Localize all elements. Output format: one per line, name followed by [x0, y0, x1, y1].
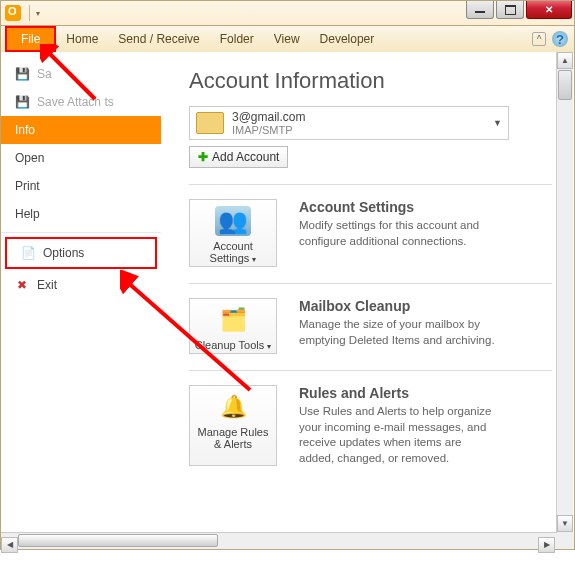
big-btn-label: Account Settings: [210, 240, 253, 264]
account-text: 3@gmail.com IMAP/SMTP: [224, 110, 493, 136]
section-mailbox-cleanup: 🗂️ Cleanup Tools ▾ Mailbox Cleanup Manag…: [189, 283, 552, 354]
tab-send-receive[interactable]: Send / Receive: [108, 28, 209, 50]
section-heading: Account Settings: [299, 199, 499, 215]
sidebar-item-exit[interactable]: ✖ Exit: [1, 271, 161, 299]
sidebar-item-save: 💾 Sa: [1, 60, 161, 88]
page-title: Account Information: [189, 68, 552, 94]
section-heading: Rules and Alerts: [299, 385, 499, 401]
plus-icon: ✚: [198, 150, 208, 164]
save-icon: 💾: [15, 67, 29, 81]
outlook-app-icon[interactable]: [5, 5, 21, 21]
section-text: Mailbox Cleanup Manage the size of your …: [299, 298, 499, 354]
section-desc: Modify settings for this account and con…: [299, 218, 499, 249]
backstage-sidebar: 💾 Sa 💾 Save Attach ts Info Open Print He…: [1, 52, 161, 549]
qat-divider: [29, 5, 30, 21]
sidebar-label: Save Attach ts: [37, 95, 114, 109]
manage-rules-alerts-button[interactable]: 🔔 Manage Rules & Alerts: [189, 385, 277, 466]
chevron-down-icon: ▾: [267, 342, 271, 351]
qat-customize-arrow[interactable]: ▾: [32, 9, 44, 18]
ribbon-bar: File Home Send / Receive Folder View Dev…: [0, 26, 575, 52]
sidebar-item-help[interactable]: Help: [1, 200, 161, 228]
tab-file[interactable]: File: [5, 26, 56, 52]
scroll-up-arrow[interactable]: ▲: [557, 52, 573, 69]
backstage-main: Account Information 3@gmail.com IMAP/SMT…: [161, 52, 574, 549]
scroll-thumb[interactable]: [558, 70, 572, 100]
sidebar-item-info[interactable]: Info: [1, 116, 161, 144]
scroll-track[interactable]: [18, 533, 538, 548]
scroll-thumb[interactable]: [18, 534, 218, 547]
maximize-button[interactable]: [496, 1, 524, 19]
options-icon: 📄: [21, 246, 35, 260]
sidebar-item-save-attachments: 💾 Save Attach ts: [1, 88, 161, 116]
account-protocol: IMAP/SMTP: [232, 124, 485, 136]
minimize-button[interactable]: [466, 1, 494, 19]
tab-developer[interactable]: Developer: [310, 28, 385, 50]
tab-view[interactable]: View: [264, 28, 310, 50]
account-settings-button[interactable]: 👥 Account Settings ▾: [189, 199, 277, 267]
sidebar-label: Info: [15, 123, 35, 137]
section-text: Rules and Alerts Use Rules and Alerts to…: [299, 385, 499, 466]
section-desc: Use Rules and Alerts to help organize yo…: [299, 404, 499, 466]
chevron-down-icon: ▼: [493, 118, 502, 128]
sidebar-divider: [1, 232, 161, 233]
sidebar-item-print[interactable]: Print: [1, 172, 161, 200]
sidebar-item-options[interactable]: 📄 Options: [5, 237, 157, 269]
tab-home[interactable]: Home: [56, 28, 108, 50]
sidebar-label: Print: [15, 179, 40, 193]
collapse-ribbon-icon[interactable]: ^: [532, 32, 546, 46]
scroll-left-arrow[interactable]: ◀: [1, 537, 18, 553]
chevron-down-icon: ▾: [252, 255, 256, 264]
section-text: Account Settings Modify settings for thi…: [299, 199, 499, 267]
help-icon[interactable]: ?: [552, 31, 568, 47]
sidebar-label: Open: [15, 151, 44, 165]
rules-icon: 🔔: [215, 392, 251, 422]
tab-folder[interactable]: Folder: [210, 28, 264, 50]
main-vertical-scrollbar[interactable]: ▲ ▼: [556, 52, 573, 532]
account-selector[interactable]: 3@gmail.com IMAP/SMTP ▼: [189, 106, 509, 140]
save-attachments-icon: 💾: [15, 95, 29, 109]
add-account-label: Add Account: [212, 150, 279, 164]
sidebar-label: Options: [43, 246, 84, 260]
horizontal-scrollbar[interactable]: ◀▶: [1, 532, 557, 549]
big-btn-label: Manage Rules & Alerts: [194, 426, 272, 450]
section-account-settings: 👥 Account Settings ▾ Account Settings Mo…: [189, 184, 552, 267]
section-rules-alerts: 🔔 Manage Rules & Alerts Rules and Alerts…: [189, 370, 552, 466]
big-btn-label: Cleanup Tools: [195, 339, 265, 351]
scroll-right-arrow[interactable]: ▶: [538, 537, 555, 553]
sidebar-label: Help: [15, 207, 40, 221]
mailbox-icon: [196, 112, 224, 134]
backstage-view: 💾 Sa 💾 Save Attach ts Info Open Print He…: [0, 52, 575, 550]
window-titlebar: ▾: [0, 0, 575, 26]
scroll-corner: [557, 532, 574, 549]
section-desc: Manage the size of your mailbox by empty…: [299, 317, 499, 348]
sidebar-label: Exit: [37, 278, 57, 292]
scroll-down-arrow[interactable]: ▼: [557, 515, 573, 532]
exit-icon: ✖: [15, 278, 29, 292]
cleanup-icon: 🗂️: [215, 305, 251, 335]
window-controls: [466, 1, 572, 19]
close-button[interactable]: [526, 1, 572, 19]
add-account-button[interactable]: ✚ Add Account: [189, 146, 288, 168]
sidebar-item-open[interactable]: Open: [1, 144, 161, 172]
account-email: 3@gmail.com: [232, 110, 485, 124]
section-heading: Mailbox Cleanup: [299, 298, 499, 314]
account-settings-icon: 👥: [215, 206, 251, 236]
sidebar-label: Sa: [37, 67, 52, 81]
cleanup-tools-button[interactable]: 🗂️ Cleanup Tools ▾: [189, 298, 277, 354]
